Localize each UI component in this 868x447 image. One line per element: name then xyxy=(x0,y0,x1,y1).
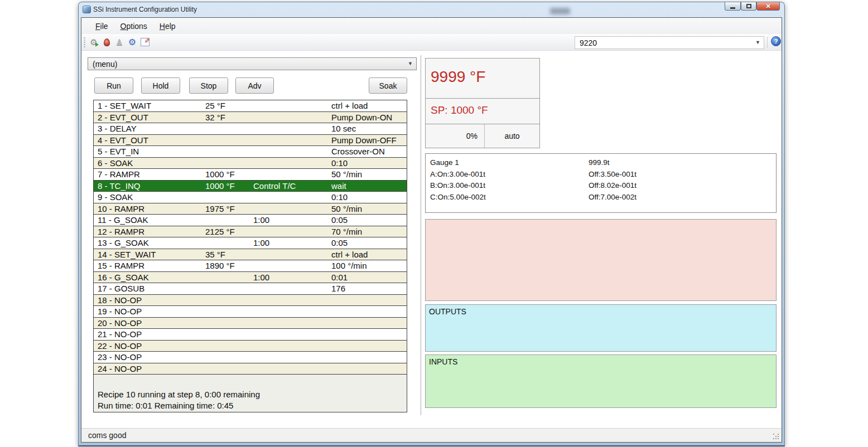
chevron-down-icon[interactable]: ▼ xyxy=(408,61,413,66)
table-row[interactable]: 15 - RAMPR1890 °F100 °/min xyxy=(94,260,407,272)
table-row[interactable]: 1 - SET_WAIT25 °Fctrl + load xyxy=(94,100,407,112)
minimize-icon xyxy=(730,7,735,9)
cell-c1: 2 - EVT_OUT xyxy=(98,112,148,123)
table-row[interactable]: 6 - SOAK0:10 xyxy=(94,158,407,169)
soak-button[interactable]: Soak xyxy=(369,77,407,94)
cell-c1: 22 - NO-OP xyxy=(98,341,142,351)
cell-c2: 25 °F xyxy=(205,100,225,111)
adv-button[interactable]: Adv xyxy=(235,77,274,94)
menu-combo-value: (menu) xyxy=(93,60,117,69)
cell-c4: 70 °/min xyxy=(331,226,362,237)
device-select-value: 9220 xyxy=(580,38,597,47)
steps-rows: 1 - SET_WAIT25 °Fctrl + load2 - EVT_OUT3… xyxy=(94,100,407,375)
table-row[interactable]: 5 - EVT_INCrossover-ON xyxy=(94,146,407,158)
cell-c2: 1000 °F xyxy=(205,169,235,179)
cell-c1: 5 - EVT_IN xyxy=(98,146,139,157)
table-row[interactable]: 23 - NO-OP xyxy=(94,352,407,363)
probe-icon[interactable]: ♟ xyxy=(114,37,125,47)
cell-c2: 32 °F xyxy=(205,112,225,123)
titlebar[interactable]: SSi Instrument Configuration Utility ✕ xyxy=(79,2,784,17)
table-row[interactable]: 20 - NO-OP xyxy=(94,318,407,329)
device-select[interactable]: 9220 ▼ xyxy=(575,36,764,49)
table-row[interactable]: 4 - EVT_OUTPump Down-OFF xyxy=(94,135,407,147)
menu-item-help[interactable]: Help xyxy=(153,20,182,33)
table-row[interactable]: 18 - NO-OP xyxy=(94,295,407,307)
table-row[interactable]: 24 - NO-OP xyxy=(94,363,407,375)
toolbar-gripper[interactable] xyxy=(84,37,85,47)
cell-c1: 23 - NO-OP xyxy=(98,352,142,362)
stop-button[interactable]: Stop xyxy=(189,77,228,94)
table-row[interactable]: 9 - SOAK0:10 xyxy=(94,192,407,203)
gears-run-icon[interactable]: ⚙ xyxy=(88,37,99,47)
cell-c1: 3 - DELAY xyxy=(98,123,137,134)
outputs-label: OUTPUTS xyxy=(429,307,466,316)
table-row[interactable]: 14 - SET_WAIT35 °Fctrl + load xyxy=(94,249,407,261)
cell-c1: 19 - NO-OP xyxy=(98,306,142,317)
cell-c4: 0:10 xyxy=(331,192,348,202)
table-row[interactable]: 19 - NO-OP xyxy=(94,306,407,318)
cell-c1: 24 - NO-OP xyxy=(98,363,142,374)
cell-c2: 35 °F xyxy=(205,249,225,260)
gauge-left-value: Gauge 1 xyxy=(430,157,459,169)
chevron-down-icon[interactable]: ▼ xyxy=(755,40,760,45)
app-window: SSi Instrument Configuration Utility ✕ F… xyxy=(78,2,785,446)
cell-c4: ctrl + load xyxy=(331,249,368,260)
mode-indicator[interactable]: auto xyxy=(485,124,539,148)
cell-c2: 2125 °F xyxy=(205,226,235,237)
cell-c4: 50 °/min xyxy=(331,169,362,179)
gauge-right-value: Off:7.00e-002t xyxy=(589,192,636,203)
maximize-button[interactable] xyxy=(741,2,756,11)
statusbar: coms good xyxy=(81,428,782,442)
cell-c1: 4 - EVT_OUT xyxy=(98,135,148,145)
gauge-row: C:On:5.00e-002tOff:7.00e-002t xyxy=(426,192,776,203)
client-area: FileOptionsHelp ⚙ ♟ ⚙ 9220 ▼ ? (menu) ▼ xyxy=(81,17,782,443)
cell-c1: 12 - RAMPR xyxy=(98,226,144,237)
panel-divider xyxy=(421,55,421,415)
gauge-right-value: 999.9t xyxy=(589,157,610,169)
temperature-display: 9999 °F SP: 1000 °F 0% auto xyxy=(425,58,540,148)
toolbar-icons: ⚙ ♟ ⚙ xyxy=(88,37,152,47)
cell-c1: 1 - SET_WAIT xyxy=(98,100,151,111)
table-row[interactable]: 17 - GOSUB176 xyxy=(94,283,407,295)
cell-c4: 0:01 xyxy=(331,272,348,283)
cell-c4: 0:05 xyxy=(331,215,348,225)
table-row[interactable]: 12 - RAMPR2125 °F70 °/min xyxy=(94,226,407,238)
setpoint-display[interactable]: SP: 1000 °F xyxy=(426,99,539,124)
output-percent[interactable]: 0% xyxy=(426,124,485,148)
table-row[interactable]: 13 - G_SOAK1:000:05 xyxy=(94,237,407,249)
maximize-icon xyxy=(746,4,751,8)
gauge-right-value: Off:3.50e-001t xyxy=(589,169,636,181)
cell-c1: 13 - G_SOAK xyxy=(98,237,149,248)
cell-c4: Pump Down-OFF xyxy=(331,135,397,145)
menu-combo[interactable]: (menu) ▼ xyxy=(88,57,417,70)
resize-grip-icon[interactable] xyxy=(773,433,779,440)
table-row[interactable]: 16 - G_SOAK1:000:01 xyxy=(94,272,407,284)
close-button[interactable]: ✕ xyxy=(756,2,780,11)
table-row[interactable]: 8 - TC_INQ1000 °FControl T/Cwait xyxy=(94,181,407,192)
table-row[interactable]: 10 - RAMPR1975 °F50 °/min xyxy=(94,203,407,215)
table-row[interactable]: 22 - NO-OP xyxy=(94,341,407,352)
cell-c4: Crossover-ON xyxy=(331,146,385,157)
help-icon[interactable]: ? xyxy=(771,36,781,46)
run-button[interactable]: Run xyxy=(94,77,133,94)
cell-c1: 20 - NO-OP xyxy=(98,318,142,328)
table-row[interactable]: 21 - NO-OP xyxy=(94,329,407,341)
hold-button[interactable]: Hold xyxy=(141,77,180,94)
minimize-button[interactable] xyxy=(725,2,741,11)
table-row[interactable]: 7 - RAMPR1000 °F50 °/min xyxy=(94,169,407,181)
window-controls: ✕ xyxy=(725,2,780,11)
table-row[interactable]: 2 - EVT_OUT32 °FPump Down-ON xyxy=(94,112,407,124)
edit-note-icon[interactable] xyxy=(139,37,151,47)
menu-item-options[interactable]: Options xyxy=(114,20,153,33)
flame-icon[interactable] xyxy=(101,37,112,47)
cell-c4: ctrl + load xyxy=(331,100,368,111)
gauge-left-value: A:On:3.00e-001t xyxy=(430,169,485,181)
cell-c1: 14 - SET_WAIT xyxy=(98,249,156,260)
gear-icon[interactable]: ⚙ xyxy=(127,37,138,47)
table-row[interactable]: 3 - DELAY10 sec xyxy=(94,123,407,135)
gauge-row: A:On:3.00e-001tOff:3.50e-001t xyxy=(426,169,776,181)
table-row[interactable]: 11 - G_SOAK1:000:05 xyxy=(94,215,407,226)
menu-item-file[interactable]: File xyxy=(89,20,114,33)
main-content: (menu) ▼ Run Hold Stop Adv Soak 1 - SET_… xyxy=(81,51,782,428)
titlebar-artifact xyxy=(550,8,570,14)
